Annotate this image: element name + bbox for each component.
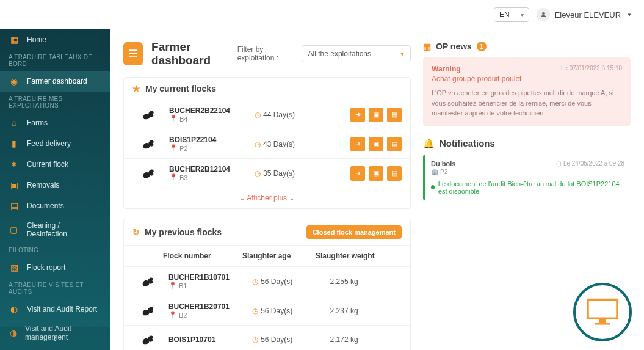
sidebar-section: A TRADUIRE VISITES ET AUDITS: [0, 278, 110, 299]
pin-icon: 📍: [169, 173, 178, 181]
user-name: Eleveur ELEVEUR: [555, 10, 621, 20]
sidebar: ▦ Home A TRADUIRE TABLEAUX DE BORD ◉ Far…: [0, 29, 110, 350]
sidebar-item-label: Cleaning / Desinfection: [27, 221, 101, 238]
sidebar-item-label: Removals: [27, 181, 59, 189]
chicken-icon: [132, 303, 162, 319]
star-icon: ★: [132, 84, 140, 93]
sidebar-item-label: Visit and Audit Report: [27, 305, 97, 313]
op-news-heading: ▦ OP news 1: [423, 40, 631, 57]
flock-row[interactable]: BOIS1P22104 📍P2 ◷43 Day(s) ➜ ▣ ▤: [124, 129, 410, 158]
sidebar-item-current-flock[interactable]: ✶ Current flock: [0, 154, 110, 175]
status-dot-icon: [431, 185, 435, 189]
col-flock-number: Flock number: [163, 252, 242, 260]
sidebar-item-label: Feed delivery: [27, 139, 71, 148]
flock-name: BUCHER1B10701: [168, 273, 246, 282]
table-row[interactable]: BUCHER1B20701 📍B2 ◷56 Day(s) 2.237 kg: [124, 296, 410, 325]
doc-icon: ▤: [391, 140, 397, 148]
clock-icon: ◷: [252, 277, 258, 286]
action-enter-button[interactable]: ➜: [350, 166, 365, 181]
hamburger-icon: ☰: [128, 47, 138, 60]
hamburger-button[interactable]: ☰: [123, 42, 143, 65]
chicken-icon: [132, 166, 163, 181]
notification-message: Le document de l'audit Bien-être animal …: [438, 180, 624, 195]
sidebar-section: A TRADUIRE TABLEAUX DE BORD: [0, 50, 110, 71]
pin-icon: 📍: [168, 311, 177, 319]
feed-icon: ▮: [9, 138, 20, 149]
sidebar-item-farms[interactable]: ⌂ Farms: [0, 112, 110, 133]
page-header: ☰ Farmer dashboard Filter by exploitatio…: [123, 40, 411, 67]
flock-building: B2: [179, 312, 187, 319]
chevron-left-icon: ‹: [53, 332, 57, 345]
slaughter-weight: 2.172 kg: [330, 335, 402, 344]
table-row[interactable]: BOIS1P10701 ◷56 Day(s) 2.172 kg: [124, 325, 410, 350]
action-doc-button[interactable]: ▤: [387, 137, 402, 151]
news-item[interactable]: Warning Le 07/01/2022 à 15:10 Achat grou…: [423, 57, 631, 126]
exploitation-filter[interactable]: All the exploitations ▾: [302, 45, 411, 62]
clock-icon: ◷: [255, 111, 261, 119]
support-fab[interactable]: [573, 283, 632, 341]
sidebar-item-documents[interactable]: ▤ Documents: [0, 195, 110, 216]
show-more-button[interactable]: ⌄ Afficher plus ⌄: [124, 188, 410, 208]
history-icon: ↻: [132, 227, 140, 237]
cleaning-icon: ▢: [9, 224, 20, 235]
news-icon: ▦: [423, 42, 431, 51]
sidebar-item-label: Documents: [27, 202, 64, 210]
button-label: Closed flock management: [313, 228, 396, 236]
action-gallery-button[interactable]: ▣: [369, 166, 383, 181]
chevron-down-icon: ▾: [400, 49, 404, 58]
flock-row[interactable]: BUCHER2B12104 📍B3 ◷35 Day(s) ➜ ▣ ▤: [124, 158, 410, 188]
table-row[interactable]: BUCHER1B10701 📍B1 ◷56 Day(s) 2.255 kg: [124, 266, 410, 296]
doc-icon: ▤: [391, 111, 397, 118]
action-enter-button[interactable]: ➜: [350, 137, 365, 151]
doc-icon: ▤: [391, 169, 397, 177]
user-menu[interactable]: Eleveur ELEVEUR ▼: [537, 8, 632, 21]
svg-rect-2: [595, 323, 610, 324]
truck-icon: ▣: [9, 180, 20, 191]
notification-item[interactable]: Du bois ◷ Le 24/05/2022 à 09:28 🏢P2 Le d…: [423, 155, 631, 200]
language-selector[interactable]: EN ▾: [494, 7, 529, 22]
topbar: EN ▾ Eleveur ELEVEUR ▼: [0, 0, 644, 29]
chicken-icon: [132, 274, 162, 290]
news-warning-label: Warning: [432, 65, 461, 73]
slaughter-weight: 2.255 kg: [330, 277, 402, 286]
flock-row[interactable]: BUCHER2B22104 📍B4 ◷44 Day(s) ➜ ▣ ▤: [124, 100, 410, 129]
sidebar-item-removals[interactable]: ▣ Removals: [0, 175, 110, 195]
action-doc-button[interactable]: ▤: [387, 108, 402, 122]
slaughter-weight: 2.237 kg: [330, 307, 402, 315]
sidebar-section: PILOTING: [0, 243, 110, 257]
image-icon: ▣: [373, 169, 379, 177]
grid-icon: ▦: [9, 34, 20, 45]
image-icon: ▣: [373, 111, 379, 118]
action-gallery-button[interactable]: ▣: [369, 137, 383, 151]
sidebar-item-label: Current flock: [27, 160, 68, 169]
flock-age: 44 Day(s): [263, 111, 295, 119]
enter-icon: ➜: [355, 140, 361, 148]
notification-name: Du bois: [431, 160, 455, 167]
sidebar-item-home[interactable]: ▦ Home: [0, 29, 110, 50]
clock-icon: ◷: [252, 307, 258, 315]
clock-icon: ◷: [556, 160, 562, 167]
show-more-label: Afficher plus: [247, 194, 287, 202]
language-value: EN: [499, 10, 510, 19]
document-icon: ▤: [9, 200, 20, 211]
action-enter-button[interactable]: ➜: [350, 108, 365, 122]
sidebar-item-visit-audit-report[interactable]: ◐ Visit and Audit Report: [0, 299, 110, 319]
chicken-icon: [132, 332, 162, 348]
chevron-down-icon: ⌄: [239, 194, 245, 202]
sidebar-item-label: Home: [27, 35, 46, 44]
sidebar-item-flock-report[interactable]: ▧ Flock report: [0, 257, 110, 278]
sidebar-item-cleaning[interactable]: ▢ Cleaning / Desinfection: [0, 216, 110, 243]
news-count-badge: 1: [477, 42, 487, 51]
flock-name: BUCHER1B20701: [168, 302, 246, 311]
chicken-icon: [132, 136, 163, 152]
home-icon: ⌂: [9, 117, 20, 128]
closed-flock-mgmt-button[interactable]: Closed flock management: [306, 225, 402, 239]
pin-icon: 📍: [168, 282, 177, 290]
action-gallery-button[interactable]: ▣: [369, 108, 383, 122]
sidebar-collapse[interactable]: ‹: [0, 327, 110, 350]
action-doc-button[interactable]: ▤: [387, 166, 402, 181]
sidebar-item-feed-delivery[interactable]: ▮ Feed delivery: [0, 133, 110, 154]
sidebar-item-label: Farms: [27, 118, 48, 127]
sidebar-item-farmer-dashboard[interactable]: ◉ Farmer dashboard: [0, 71, 110, 92]
enter-icon: ➜: [355, 111, 361, 118]
